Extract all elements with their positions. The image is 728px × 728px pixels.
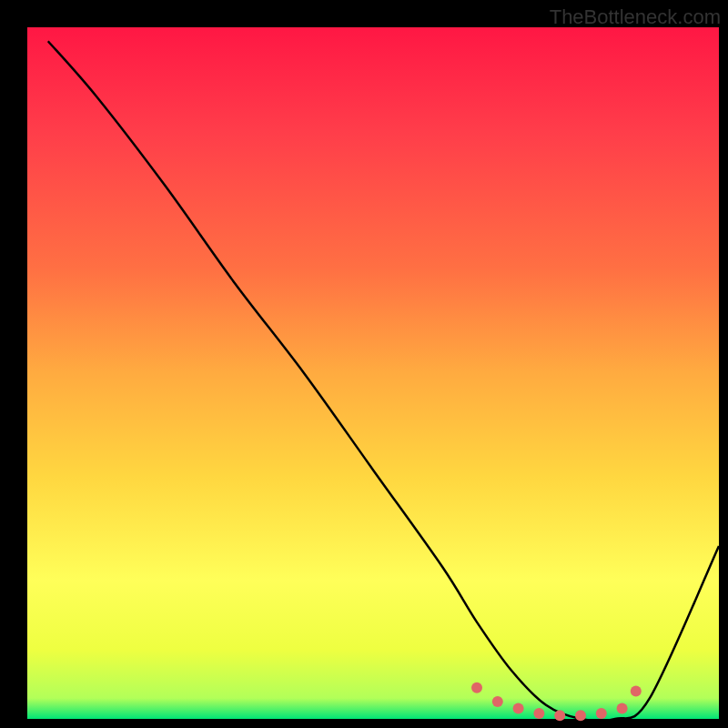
optimal-marker [631, 686, 642, 697]
optimal-marker [492, 696, 503, 707]
optimal-marker [533, 708, 544, 719]
bottleneck-chart: TheBottleneck.com [0, 0, 728, 728]
optimal-marker [513, 703, 524, 714]
optimal-marker [471, 682, 482, 693]
optimal-marker [617, 703, 628, 714]
chart-svg [0, 0, 728, 728]
watermark-text: TheBottleneck.com [550, 5, 721, 29]
svg-rect-1 [27, 27, 719, 719]
optimal-marker [596, 708, 607, 719]
optimal-marker [575, 710, 586, 721]
optimal-marker [554, 710, 565, 721]
